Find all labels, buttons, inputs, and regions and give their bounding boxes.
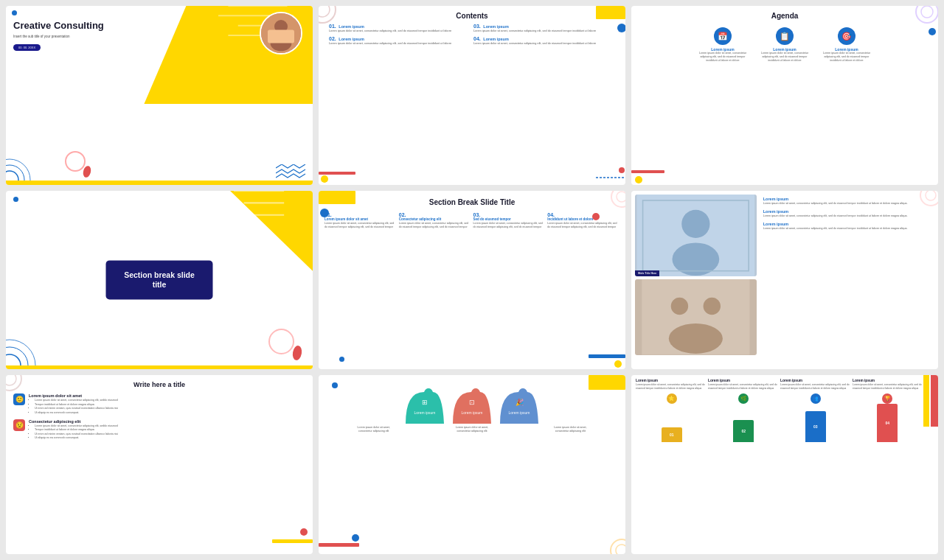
slide5-deco-br <box>585 343 625 369</box>
slide8-deco-bl <box>319 532 363 554</box>
slide8-pieces: ⊞ Lorem ipsum ⊡ Lorem ipsum 🎉 Lorem ipsu… <box>319 388 625 424</box>
svg-text:Lorem ipsum: Lorem ipsum <box>509 410 530 415</box>
svg-rect-7 <box>268 30 294 43</box>
slide5-title: Section Break Slide Title <box>319 191 625 211</box>
slide1-zigzag <box>276 164 309 179</box>
slide9-top-grid: Lorem ipsum Lorem ipsum dolor sit amet, … <box>631 375 938 391</box>
svg-point-18 <box>619 167 625 173</box>
slide5-col-1: 02. Consectetur adipiscing elit Lorem ip… <box>399 212 471 229</box>
slide9-icon-2: 👥 <box>811 393 821 404</box>
slide3-item-2: 🎯 Lorem ipsum Lorem ipsum dolor sit amet… <box>820 27 873 63</box>
svg-rect-35 <box>589 354 625 358</box>
slide9-icon-3: 🏆 <box>882 393 892 404</box>
svg-point-16 <box>321 175 328 183</box>
slide3-deco-bl <box>631 159 668 185</box>
slide7-deco-tl <box>6 375 43 405</box>
slide8-text-0: Lorem ipsum dolor sit amet, consectetur … <box>351 426 397 433</box>
slide1-photo <box>260 12 302 55</box>
svg-point-54 <box>611 539 625 554</box>
slide9-bar-2: 03 <box>805 411 826 442</box>
svg-rect-30 <box>319 191 355 204</box>
svg-point-46 <box>669 323 723 354</box>
slide-8: ⊞ Lorem ipsum ⊡ Lorem ipsum 🎉 Lorem ipsu… <box>319 375 625 554</box>
slide9-step-1: 02 <box>733 420 754 442</box>
svg-point-40 <box>681 209 709 237</box>
slide9-icon-1: 🌿 <box>738 393 749 404</box>
slide7-item-0: 🙂 Lorem ipsum dolor sit amet Lorem ipsum… <box>6 391 313 417</box>
svg-point-21 <box>929 28 936 35</box>
slide5-grid: 01. Lorem ipsum dolor sit amet Lorem ips… <box>319 211 625 231</box>
slide-9: Lorem ipsum Lorem ipsum dolor sit amet, … <box>631 375 938 554</box>
svg-rect-22 <box>631 170 664 173</box>
slide9-deco-tr <box>923 375 938 427</box>
slide6-img-bottom <box>635 279 757 354</box>
svg-text:⊞: ⊞ <box>422 399 428 406</box>
slide6-img-top: Slide Title Here <box>635 195 757 277</box>
slide2-title: Contents <box>319 6 625 24</box>
slide1-circle-pink <box>65 151 86 172</box>
slide-7: Write here a title 🙂 Lorem ipsum dolor s… <box>6 375 313 554</box>
slide-3: Agenda 📅 Lorem ipsum Lorem ipsum dolor s… <box>631 6 938 185</box>
slide4-yellow-bar <box>6 365 313 369</box>
slide7-content-1: Consectetur adipiscing elit Lorem ipsum … <box>29 419 118 441</box>
slide3-item-1: 📋 Lorem ipsum Lorem ipsum dolor sit amet… <box>758 27 811 63</box>
slide2-deco-br <box>596 163 625 185</box>
svg-point-38 <box>926 191 936 200</box>
svg-rect-51 <box>589 375 625 390</box>
slide1-text-content: Creative Consulting Insert the sub title… <box>13 21 104 51</box>
svg-text:Lorem ipsum: Lorem ipsum <box>414 410 436 415</box>
svg-text:🎉: 🎉 <box>516 398 524 407</box>
slide4-box: Section break slide title <box>106 260 213 299</box>
svg-text:⊡: ⊡ <box>469 399 475 406</box>
svg-point-55 <box>616 545 625 554</box>
svg-point-44 <box>671 298 688 315</box>
svg-point-31 <box>320 209 329 217</box>
slide9-top-1: Lorem ipsum Lorem ipsum dolor sit amet, … <box>708 379 779 390</box>
slide4-dot-blue <box>13 197 18 202</box>
svg-point-19 <box>916 6 938 23</box>
svg-point-53 <box>352 534 359 542</box>
slide6-left: Slide Title Here <box>631 191 760 370</box>
slide1-title: Creative Consulting <box>13 21 104 31</box>
slide9-top-0: Lorem ipsum Lorem ipsum dolor sit amet, … <box>636 379 707 390</box>
svg-point-12 <box>319 6 330 17</box>
svg-point-48 <box>6 375 16 385</box>
slide1-subtitle: Insert the sub title of your presentatio… <box>13 35 94 38</box>
svg-rect-49 <box>272 539 313 543</box>
slide-4: Section break slide title <box>6 191 313 370</box>
slide9-top-3: Lorem ipsum Lorem ipsum dolor sit amet, … <box>853 379 923 390</box>
slide4-lines <box>175 191 313 271</box>
slide7-icon-1: 😟 <box>13 419 25 431</box>
svg-rect-52 <box>319 543 359 547</box>
slide8-texts: Lorem ipsum dolor sit amet, consectetur … <box>319 424 625 435</box>
slide9-bar-3: 04 <box>877 404 898 442</box>
slide3-icon-0: 📅 <box>714 27 732 45</box>
slide2-deco-tl <box>319 6 355 43</box>
slide4-circle-pink <box>268 329 294 354</box>
svg-point-20 <box>921 6 933 18</box>
slide7-list-1: Lorem ipsum dolor sit amet, consectetur … <box>29 424 118 441</box>
slide9-step-2: 03 <box>805 411 826 442</box>
svg-point-14 <box>617 24 625 32</box>
svg-point-47 <box>6 375 21 391</box>
svg-point-36 <box>614 360 622 368</box>
svg-point-45 <box>704 298 721 315</box>
slide2-item-3: 04. Lorem ipsum Lorem ipsum dolor sit am… <box>473 36 615 46</box>
slide9-icon-0: ⭐ <box>667 393 677 404</box>
slide5-dot <box>339 357 344 362</box>
slide8-deco-tr <box>585 375 625 401</box>
slide-6: Slide Title Here Lorem ipsum Lorem ipsum… <box>631 191 938 370</box>
svg-rect-13 <box>596 6 625 19</box>
slide3-icon-1: 📋 <box>776 27 794 45</box>
svg-text:Lorem ipsum: Lorem ipsum <box>462 410 483 415</box>
slide7-title: Write here a title <box>6 375 313 391</box>
slide1-dot-blue <box>12 10 17 15</box>
slide9-step-3: 04 <box>877 404 898 442</box>
slide8-piece-2: 🎉 Lorem ipsum <box>496 388 542 424</box>
slide1-date: 00. 00. 20XX <box>13 44 41 51</box>
slide1-yellow-bar <box>6 181 313 185</box>
svg-point-34 <box>592 213 600 220</box>
slide5-deco-tl <box>319 191 359 220</box>
slide8-piece-1: ⊡ Lorem ipsum <box>449 388 495 424</box>
slide3-icon-2: 🎯 <box>838 27 856 45</box>
